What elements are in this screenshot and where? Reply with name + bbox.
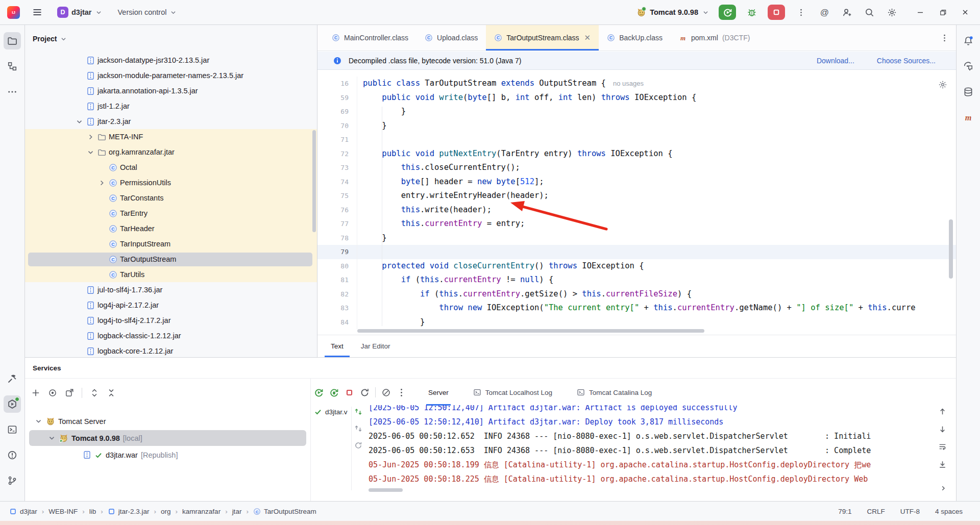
line-number[interactable]: 70 xyxy=(317,119,357,133)
status-line-ending[interactable]: CRLF xyxy=(867,508,885,515)
status-indent-size[interactable]: 4 spaces xyxy=(935,508,963,515)
project-tree-item[interactable]: META-INF xyxy=(25,129,317,144)
line-number[interactable]: 81 xyxy=(317,273,357,287)
project-tree-item[interactable]: logback-core-1.2.12.jar xyxy=(25,343,317,357)
breadcrumb-item[interactable]: jtar xyxy=(232,508,242,515)
vcs-widget[interactable]: Version control xyxy=(114,6,181,19)
editor-tabs-more-icon[interactable] xyxy=(940,34,949,42)
project-tree-item[interactable]: CPermissionUtils xyxy=(25,175,317,190)
editor-settings-gear-icon[interactable] xyxy=(938,80,947,89)
console-output[interactable]: [2025-06-05 12:50:12,407] Artifact d3jta… xyxy=(369,405,936,487)
project-tree-item[interactable]: logback-classic-1.2.12.jar xyxy=(25,328,317,343)
project-tree-item[interactable]: jackson-module-parameter-names-2.13.5.ja… xyxy=(25,68,317,83)
project-tree-item[interactable]: COctal xyxy=(25,160,317,175)
project-tree-item[interactable]: jackson-datatype-jsr310-2.13.5.jar xyxy=(25,53,317,68)
stripe-services-button[interactable] xyxy=(4,395,21,413)
stop-button[interactable] xyxy=(768,5,785,20)
project-tree-item[interactable]: jstl-1.2.jar xyxy=(25,98,317,114)
project-tree-item[interactable]: CTarConstants xyxy=(25,190,317,206)
services-tree-item[interactable]: Tomcat 9.0.98 [local] xyxy=(25,430,310,446)
project-tree-item[interactable]: jtar-2.3.jar xyxy=(25,114,317,129)
line-number[interactable]: 74 xyxy=(317,175,357,189)
line-number[interactable]: 16 xyxy=(317,77,357,91)
console-soft-wrap-button[interactable] xyxy=(938,442,947,452)
stripe-build-button[interactable] xyxy=(4,370,21,387)
console-tab-tomcat-catalina-log[interactable]: Tomcat Catalina Log xyxy=(575,379,654,406)
services-tree-item[interactable]: d3jtar.war [Republish] xyxy=(25,446,310,463)
more-actions-button[interactable] xyxy=(792,5,810,20)
services-collapse-all-button[interactable] xyxy=(107,388,116,397)
editor-vertical-scrollbar[interactable] xyxy=(949,219,953,279)
stripe-project-folder-button[interactable] xyxy=(4,32,21,49)
view-tab-jar-editor[interactable]: Jar Editor xyxy=(355,335,397,357)
line-number[interactable]: 83 xyxy=(317,301,357,315)
status-encoding[interactable]: UTF-8 xyxy=(900,508,920,515)
line-number[interactable]: 75 xyxy=(317,189,357,203)
console-horizontal-scrollbar[interactable] xyxy=(369,488,403,492)
window-restore-button[interactable] xyxy=(935,5,950,20)
settings-button[interactable] xyxy=(884,5,899,20)
code-with-me-button[interactable] xyxy=(839,5,854,20)
stripe-more-button[interactable] xyxy=(4,83,21,101)
console-scroll-end-button[interactable] xyxy=(938,460,947,469)
console-kebab-button[interactable] xyxy=(397,388,406,397)
line-number[interactable]: 72 xyxy=(317,147,357,161)
view-tab-text[interactable]: Text xyxy=(325,335,350,357)
breadcrumb-item[interactable]: WEB-INF xyxy=(48,508,78,515)
console-stop-button[interactable] xyxy=(345,388,354,397)
line-number[interactable]: 84 xyxy=(317,315,357,330)
stripe-git-button[interactable] xyxy=(4,472,21,489)
stripe-database-button[interactable] xyxy=(960,83,977,101)
project-tree-item[interactable]: log4j-api-2.17.2.jar xyxy=(25,297,317,313)
line-number[interactable]: 77 xyxy=(317,217,357,231)
project-tree-item[interactable]: log4j-to-slf4j-2.17.2.jar xyxy=(25,313,317,328)
project-tree-item[interactable]: jakarta.annotation-api-1.3.5.jar xyxy=(25,83,317,98)
console-tab-tomcat-localhost-log[interactable]: Tomcat Localhost Log xyxy=(471,379,554,406)
breadcrumb-item[interactable]: CTarOutputStream xyxy=(253,508,316,515)
rerun-button[interactable] xyxy=(719,5,736,20)
stripe-notifications-button[interactable] xyxy=(960,32,977,49)
search-everywhere-button[interactable] xyxy=(862,5,877,20)
console-tab-server[interactable]: Server xyxy=(426,379,451,406)
download-sources-link[interactable]: Download... xyxy=(817,57,854,65)
runner-list-item[interactable]: d3jtar.v xyxy=(314,408,352,416)
stripe-terminal-button[interactable] xyxy=(4,421,21,438)
breadcrumb-item[interactable]: org xyxy=(161,508,171,515)
services-tree-item[interactable]: Tomcat Server xyxy=(25,413,310,430)
services-add-button[interactable] xyxy=(31,388,40,397)
line-number[interactable]: 76 xyxy=(317,203,357,217)
close-tab-icon[interactable]: ✕ xyxy=(584,33,591,42)
editor-tab-backup-class[interactable]: CBackUp.class xyxy=(599,25,671,51)
services-show-options-button[interactable] xyxy=(48,388,57,397)
project-tree-item[interactable]: org.kamranzafar.jtar xyxy=(25,144,317,160)
project-tree-item[interactable]: CTarOutputStream xyxy=(25,252,317,267)
console-arrow-up-button[interactable] xyxy=(938,407,947,416)
project-scrollbar[interactable] xyxy=(312,130,316,232)
main-menu-button[interactable] xyxy=(32,7,42,17)
window-minimize-button[interactable] xyxy=(913,5,928,20)
line-number[interactable]: 69 xyxy=(317,105,357,119)
console-rerun-debug-button[interactable] xyxy=(329,388,339,397)
line-number[interactable]: 71 xyxy=(317,133,357,147)
debug-button[interactable] xyxy=(743,5,761,20)
services-panel-header[interactable]: Services xyxy=(25,358,956,379)
stripe-structure-button[interactable] xyxy=(4,58,21,75)
services-open-in-new-button[interactable] xyxy=(65,388,74,397)
console-deploy-button[interactable] xyxy=(381,388,391,397)
project-tree-item[interactable]: CTarHeader xyxy=(25,221,317,236)
chevron-right-icon[interactable] xyxy=(939,484,947,492)
line-number[interactable]: 79 xyxy=(317,245,357,259)
editor-tab-maincontroller-class[interactable]: CMainController.class xyxy=(324,25,416,51)
editor-tab-taroutputstream-class[interactable]: CTarOutputStream.class✕ xyxy=(486,25,599,51)
run-configuration-widget[interactable]: Tomcat 9.0.98 xyxy=(636,8,709,17)
line-number[interactable]: 73 xyxy=(317,161,357,175)
project-widget[interactable]: D d3jtar xyxy=(54,4,106,20)
status-caret-position[interactable]: 79:1 xyxy=(838,508,851,515)
stripe-problems-button[interactable] xyxy=(4,446,21,464)
console-refresh-button[interactable] xyxy=(360,388,370,397)
line-number[interactable]: 82 xyxy=(317,287,357,302)
project-tree-item[interactable]: jul-to-slf4j-1.7.36.jar xyxy=(25,282,317,297)
window-close-button[interactable] xyxy=(958,5,973,20)
editor-horizontal-scrollbar[interactable] xyxy=(357,329,704,333)
breadcrumb-item[interactable]: jtar-2.3.jar xyxy=(108,508,150,515)
